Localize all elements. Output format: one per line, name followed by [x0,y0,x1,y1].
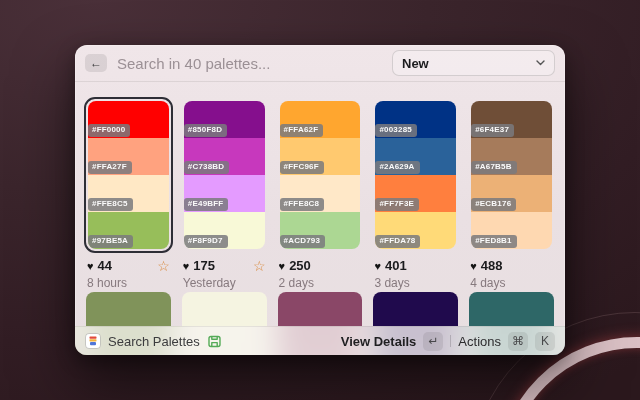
palette-card[interactable]: #FF0000#FFA27F#FFE8C5#97BE5A [84,97,173,253]
color-band[interactable]: #FED8B1 [471,212,552,249]
palette-time: 4 days [467,276,556,290]
color-band[interactable]: #97BE5A [88,212,169,249]
palette-meta: ♥401 [371,258,460,273]
save-palette-icon[interactable] [207,334,222,349]
color-band[interactable]: #850F8D [184,101,265,138]
search-input[interactable] [117,55,382,72]
hex-label: #97BE5A [88,235,133,248]
color-band[interactable]: #2A629A [375,138,456,175]
palette-meta: ♥44☆ [84,258,173,273]
footer-actions: View Details ↵ Actions ⌘ K [341,332,555,351]
likes-count: 401 [385,258,407,273]
palette-card[interactable]: #003285#2A629A#FF7F3E#FFDA78 [371,97,460,253]
extension-icon [85,333,101,349]
app-label: Search Palettes [108,334,200,349]
palette-item: #FFA62F#FFC96F#FFE8C8#ACD793♥2502 days [276,97,365,290]
hex-label: #FFE8C5 [88,198,133,211]
likes-count: 250 [289,258,311,273]
desktop-background: ← New #FF0000#FFA27F#FFE8C5#97BE5A♥44☆8 … [0,0,640,400]
view-details-button[interactable]: View Details [341,334,417,349]
palettes-window: ← New #FF0000#FFA27F#FFE8C5#97BE5A♥44☆8 … [75,45,565,355]
likes-count: 44 [98,258,112,273]
color-band[interactable]: #ECB176 [471,175,552,212]
chevron-down-icon [536,60,545,66]
star-icon[interactable]: ☆ [157,259,170,273]
color-band[interactable]: #FFA62F [280,101,361,138]
hex-label: #FFC96F [280,161,324,174]
heart-icon: ♥ [470,260,477,272]
hex-label: #FF7F3E [375,198,419,211]
color-band[interactable]: #FFE8C8 [280,175,361,212]
palette-time: 3 days [371,276,460,290]
palette-item: #FF0000#FFA27F#FFE8C5#97BE5A♥44☆8 hours [84,97,173,290]
palette-time: Yesterday [180,276,269,290]
k-key-icon: K [535,332,555,351]
color-band[interactable]: #FF7F3E [375,175,456,212]
hex-label: #2A629A [375,161,419,174]
palette-meta: ♥488 [467,258,556,273]
sort-dropdown[interactable]: New [392,50,555,76]
color-band[interactable]: #6F4E37 [471,101,552,138]
color-band[interactable]: #003285 [375,101,456,138]
hex-label: #C738BD [184,161,230,174]
color-band[interactable]: #ACD793 [280,212,361,249]
color-band[interactable]: #C738BD [184,138,265,175]
color-band[interactable]: #A67B5B [471,138,552,175]
hex-label: #003285 [375,124,417,137]
palette-meta: ♥250 [276,258,365,273]
palette-card[interactable]: #6F4E37#A67B5B#ECB176#FED8B1 [467,97,556,253]
hex-label: #FED8B1 [471,235,517,248]
color-band[interactable]: #FFC96F [280,138,361,175]
cmd-key-icon: ⌘ [508,332,528,351]
hex-label: #ECB176 [471,198,516,211]
palette-item: #850F8D#C738BD#E49BFF#F8F9D7♥175☆Yesterd… [180,97,269,290]
enter-key-icon: ↵ [423,332,443,351]
star-icon[interactable]: ☆ [253,259,266,273]
palette-item: #6F4E37#A67B5B#ECB176#FED8B1♥4884 days [467,97,556,290]
color-band[interactable]: #FFA27F [88,138,169,175]
hex-label: #FFA27F [88,161,132,174]
palette-meta: ♥175☆ [180,258,269,273]
heart-icon: ♥ [87,260,94,272]
color-band[interactable]: #FF0000 [88,101,169,138]
hex-label: #F8F9D7 [184,235,228,248]
color-band[interactable]: #F8F9D7 [184,212,265,249]
hex-label: #FFE8C8 [280,198,325,211]
palette-swatches: #FF0000#FFA27F#FFE8C5#97BE5A [88,101,169,249]
arrow-left-icon: ← [90,56,102,70]
palette-time: 2 days [276,276,365,290]
hex-label: #FF0000 [88,124,130,137]
palette-swatches: #FFA62F#FFC96F#FFE8C8#ACD793 [280,101,361,249]
palette-swatches: #6F4E37#A67B5B#ECB176#FED8B1 [471,101,552,249]
hex-label: #A67B5B [471,161,517,174]
footer-bar: Search Palettes View Details ↵ Actions ⌘… [75,326,565,355]
palette-card[interactable]: #850F8D#C738BD#E49BFF#F8F9D7 [180,97,269,253]
footer-separator [450,335,451,347]
hex-label: #ACD793 [280,235,326,248]
heart-icon: ♥ [183,260,190,272]
color-band[interactable]: #E49BFF [184,175,265,212]
color-band[interactable]: #FFDA78 [375,212,456,249]
heart-icon: ♥ [279,260,286,272]
palette-item: #003285#2A629A#FF7F3E#FFDA78♥4013 days [371,97,460,290]
back-button[interactable]: ← [85,54,107,72]
actions-button[interactable]: Actions [458,334,501,349]
hex-label: #E49BFF [184,198,229,211]
heart-icon: ♥ [374,260,381,272]
palette-swatches: #850F8D#C738BD#E49BFF#F8F9D7 [184,101,265,249]
hex-label: #FFDA78 [375,235,420,248]
likes-count: 488 [481,258,503,273]
hex-label: #850F8D [184,124,227,137]
likes-count: 175 [193,258,215,273]
palette-grid: #FF0000#FFA27F#FFE8C5#97BE5A♥44☆8 hours#… [84,97,556,290]
dropdown-selected-value: New [402,56,429,71]
palette-swatches: #003285#2A629A#FF7F3E#FFDA78 [375,101,456,249]
palette-time: 8 hours [84,276,173,290]
palette-card[interactable]: #FFA62F#FFC96F#FFE8C8#ACD793 [276,97,365,253]
hex-label: #6F4E37 [471,124,514,137]
color-band[interactable]: #FFE8C5 [88,175,169,212]
search-header: ← New [75,45,565,82]
hex-label: #FFA62F [280,124,324,137]
